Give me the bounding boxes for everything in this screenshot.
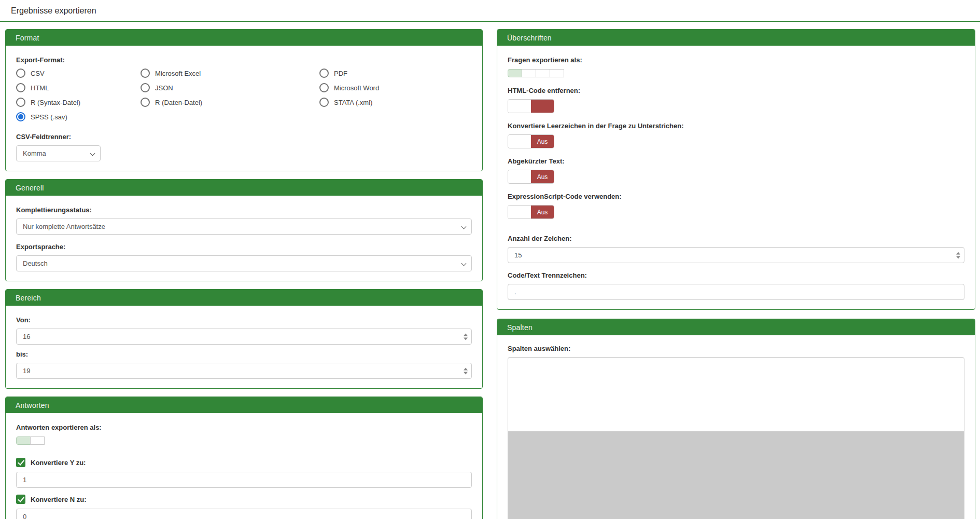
- answers-export-as-button[interactable]: [30, 436, 45, 445]
- column-option[interactable]: [508, 441, 964, 449]
- convert-y-row[interactable]: Konvertiere Y zu:: [16, 458, 472, 467]
- convert-n-row[interactable]: Konvertiere N zu:: [16, 495, 472, 504]
- toggle-row: HTML-Code entfernen: An: [508, 87, 964, 120]
- stepper-up-icon[interactable]: [464, 367, 468, 370]
- export-format-option[interactable]: SPSS (.sav): [16, 112, 141, 121]
- stepper-down-icon[interactable]: [464, 337, 468, 340]
- export-language-select[interactable]: Deutsch: [16, 255, 472, 271]
- radio-button-icon: [141, 83, 150, 92]
- column-option[interactable]: [508, 485, 964, 494]
- code-text-separator-input[interactable]: [508, 284, 964, 300]
- column-option[interactable]: [508, 368, 964, 377]
- export-format-options: CSV HTML R (Syntax-Datei) SPSS (.sav): [16, 69, 472, 121]
- export-format-column-1: CSV HTML R (Syntax-Datei) SPSS (.sav): [16, 69, 141, 121]
- export-format-option[interactable]: R (Syntax-Datei): [16, 98, 141, 107]
- toggle-label: HTML-Code entfernen:: [508, 87, 964, 94]
- column-option[interactable]: [508, 495, 964, 503]
- column-option[interactable]: [508, 386, 964, 395]
- generell-panel-header: Generell: [6, 180, 482, 196]
- export-language-label: Exportsprache:: [16, 243, 472, 251]
- csv-separator-select[interactable]: Komma: [16, 145, 101, 161]
- bereich-panel-body: Von: bis:: [6, 306, 482, 388]
- column-option[interactable]: [508, 377, 964, 386]
- export-format-option[interactable]: R (Daten-Datei): [141, 98, 319, 107]
- stepper-down-icon[interactable]: [464, 372, 468, 374]
- convert-n-input[interactable]: [16, 509, 472, 519]
- export-format-option[interactable]: STATA (.xml): [319, 98, 472, 107]
- toggle-on-half[interactable]: An: [508, 100, 531, 113]
- char-count-wrap: [508, 247, 964, 263]
- column-option[interactable]: [508, 503, 964, 512]
- questions-export-as-button[interactable]: [508, 69, 522, 77]
- antworten-panel-body: Antworten exportieren als: Konvertiere Y…: [6, 413, 482, 519]
- export-format-option[interactable]: PDF: [319, 69, 472, 78]
- toggle-off-half[interactable]: [531, 100, 554, 113]
- radio-button-icon: [141, 69, 150, 78]
- toggle-on-half[interactable]: [508, 206, 531, 218]
- columns-listbox: [508, 357, 964, 519]
- toggle-switch[interactable]: Aus: [508, 205, 554, 219]
- range-to-label: bis:: [16, 350, 472, 358]
- toggle-switch[interactable]: Aus: [508, 134, 554, 148]
- column-option[interactable]: [508, 359, 964, 368]
- toggle-on-half[interactable]: [508, 135, 531, 148]
- export-format-option[interactable]: CSV: [16, 69, 141, 78]
- range-from-input[interactable]: [16, 329, 472, 345]
- stepper-up-icon[interactable]: [464, 333, 468, 336]
- ueberschriften-panel-body: Fragen exportieren als: HTML-Code entfer…: [497, 46, 975, 309]
- columns-select-label: Spalten auswählen:: [508, 345, 964, 352]
- bereich-panel-header: Bereich: [6, 290, 482, 306]
- completion-status-select[interactable]: Nur komplette Antwortsätze: [16, 218, 472, 235]
- range-from-wrap: [16, 329, 472, 345]
- radio-label: Microsoft Excel: [155, 70, 201, 77]
- toggle-on-half[interactable]: [508, 170, 531, 183]
- column-option[interactable]: [508, 513, 964, 519]
- export-language-value: Deutsch: [23, 260, 48, 267]
- column-option[interactable]: [508, 468, 964, 476]
- char-count-label: Anzahl der Zeichen:: [508, 235, 964, 242]
- completion-status-value: Nur komplette Antwortsätze: [23, 223, 105, 230]
- toggle-switch[interactable]: An: [508, 99, 554, 113]
- generell-panel: Generell Komplettierungsstatus: Nur komp…: [5, 179, 483, 281]
- char-count-input[interactable]: [508, 247, 964, 263]
- radio-label: HTML: [31, 84, 49, 92]
- chevron-down-icon: [90, 151, 95, 156]
- toggle-row: ExpressionScript-Code verwenden: Aus: [508, 193, 964, 226]
- column-option[interactable]: [508, 449, 964, 458]
- spalten-panel-header: Spalten: [497, 319, 975, 335]
- export-format-option[interactable]: HTML: [16, 83, 141, 92]
- stepper-down-icon[interactable]: [956, 256, 960, 258]
- radio-button-icon: [16, 112, 25, 121]
- column-option[interactable]: [508, 422, 964, 431]
- column-option[interactable]: [508, 413, 964, 422]
- toggle-off-half[interactable]: Aus: [531, 206, 554, 218]
- questions-export-as-button[interactable]: [536, 69, 550, 77]
- answers-export-as-button[interactable]: [16, 436, 31, 445]
- checkbox-checked-icon: [16, 495, 25, 504]
- radio-label: SPSS (.sav): [31, 113, 67, 121]
- chevron-down-icon: [461, 261, 467, 266]
- convert-n-label: Konvertiere N zu:: [31, 496, 87, 503]
- top-bar: Ergebnisse exportieren: [0, 0, 980, 21]
- toggle-off-half[interactable]: Aus: [531, 170, 554, 183]
- questions-export-as-button[interactable]: [522, 69, 536, 77]
- export-format-option[interactable]: Microsoft Word: [319, 83, 472, 92]
- radio-button-icon: [319, 83, 329, 92]
- convert-y-input[interactable]: [16, 472, 472, 488]
- column-option[interactable]: [508, 395, 964, 404]
- export-format-option[interactable]: JSON: [141, 83, 319, 92]
- export-format-option[interactable]: Microsoft Excel: [141, 69, 319, 78]
- toggle-switch[interactable]: Aus: [508, 170, 554, 184]
- radio-button-icon: [16, 98, 25, 107]
- column-option[interactable]: [508, 404, 964, 413]
- column-option[interactable]: [508, 458, 964, 467]
- column-option[interactable]: [508, 476, 964, 485]
- format-panel: Format Export-Format: CSV HTML: [5, 29, 483, 171]
- questions-export-as-button[interactable]: [550, 69, 564, 77]
- range-to-input[interactable]: [16, 363, 472, 379]
- stepper-up-icon[interactable]: [956, 252, 960, 254]
- radio-label: JSON: [155, 84, 173, 92]
- column-option[interactable]: [508, 431, 964, 440]
- questions-export-as-label: Fragen exportieren als:: [508, 56, 964, 64]
- toggle-off-half[interactable]: Aus: [531, 135, 554, 148]
